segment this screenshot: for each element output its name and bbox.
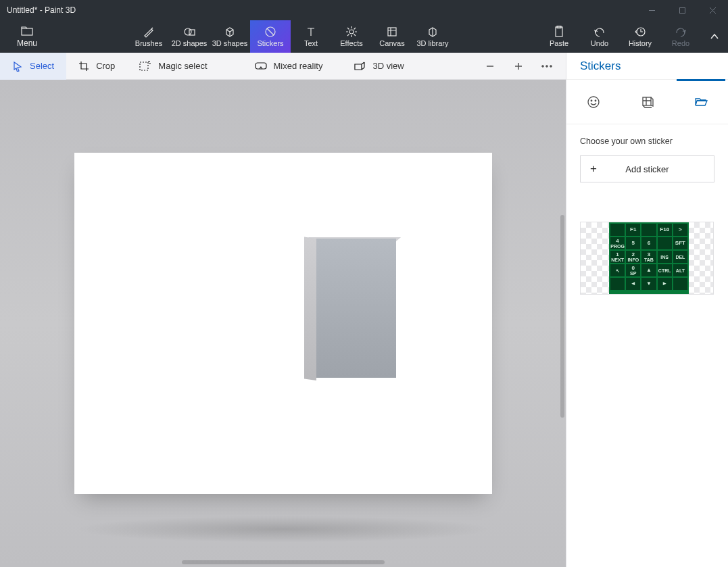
tool-brushes[interactable]: Brushes (128, 20, 169, 53)
zoom-out-button[interactable] (478, 54, 502, 78)
texture-icon (641, 95, 654, 109)
vertical-scrollbar[interactable] (560, 215, 564, 418)
chevron-up-icon (710, 32, 719, 41)
redo-icon (674, 26, 687, 38)
sticker-thumbnails: F1F10>4PROG56SFT1NEXT2INFO3TABINSDEL↖0SP… (580, 222, 714, 295)
panel-body: Choose your own sticker + Add sticker (566, 124, 728, 195)
smiley-icon (587, 95, 600, 109)
add-sticker-button[interactable]: + Add sticker (580, 155, 714, 182)
svg-rect-1 (680, 7, 685, 13)
redo-button[interactable]: Redo (660, 20, 701, 53)
panel-tabs (566, 80, 728, 124)
tool-3d-shapes[interactable]: 3D shapes (210, 20, 250, 53)
select-label: Select (30, 61, 54, 71)
history-button[interactable]: History (620, 20, 660, 53)
svg-rect-10 (388, 28, 396, 36)
minus-icon (485, 61, 495, 71)
history-icon (633, 26, 647, 38)
tool-text[interactable]: Text (291, 20, 331, 53)
tool-3d-label: 3D shapes (212, 39, 248, 47)
canvas[interactable] (74, 153, 492, 494)
add-sticker-label: Add sticker (625, 164, 669, 174)
3d-object-front (316, 239, 396, 378)
text-icon (304, 26, 318, 38)
collapse-ribbon-button[interactable] (701, 20, 728, 53)
3d-view-label: 3D view (372, 61, 404, 71)
magic-select-icon (139, 61, 151, 72)
zoom-in-button[interactable] (506, 54, 531, 78)
tool-3d-library-label: 3D library (416, 39, 448, 47)
tool-stickers-label: Stickers (257, 39, 283, 47)
history-label: History (629, 39, 652, 47)
redo-label: Redo (672, 39, 689, 47)
window-title: Untitled* - Paint 3D (7, 5, 76, 15)
3d-view-icon (354, 61, 366, 71)
undo-button[interactable]: Undo (579, 20, 620, 53)
svg-rect-25 (643, 97, 651, 105)
tool-stickers[interactable]: Stickers (250, 20, 291, 53)
canvas-shadow (74, 516, 493, 543)
svg-rect-4 (22, 28, 32, 35)
tool-canvas-label: Canvas (379, 39, 404, 47)
effects-icon (345, 26, 358, 38)
tool-brushes-label: Brushes (135, 39, 162, 47)
horizontal-scrollbar[interactable] (182, 560, 385, 564)
svg-line-8 (267, 28, 274, 35)
mixed-reality-icon (254, 61, 266, 71)
3d-object-side (304, 237, 316, 380)
3d-view-button[interactable]: 3D view (341, 53, 416, 80)
menu-label: Menu (17, 39, 37, 48)
undo-label: Undo (591, 39, 608, 47)
paste-button[interactable]: Paste (539, 20, 579, 53)
folder-icon (20, 25, 34, 37)
svg-point-9 (349, 30, 354, 34)
workspace[interactable] (0, 80, 566, 567)
mixed-reality-button[interactable]: Mixed reality (242, 53, 335, 80)
shapes-3d-icon (223, 26, 237, 38)
tab-sticker-shapes[interactable] (566, 80, 621, 124)
svg-point-24 (595, 100, 596, 101)
magic-select-label: Magic select (158, 61, 207, 71)
shapes-2d-icon (183, 26, 196, 38)
tab-sticker-textures[interactable] (621, 80, 675, 124)
brush-icon (142, 26, 155, 38)
more-options-button[interactable] (535, 54, 559, 78)
sticker-preview-image: F1F10>4PROG56SFT1NEXT2INFO3TABINSDEL↖0SP… (609, 222, 689, 295)
tool-effects-label: Effects (340, 39, 362, 47)
tool-canvas[interactable]: Canvas (372, 20, 412, 53)
svg-point-21 (550, 65, 552, 67)
svg-point-23 (591, 100, 592, 101)
select-tool[interactable]: Select (0, 53, 66, 80)
tool-3d-library[interactable]: 3D library (412, 20, 453, 53)
paste-icon (552, 26, 566, 38)
plus-icon: + (590, 162, 597, 176)
undo-icon (593, 26, 606, 38)
svg-rect-15 (255, 63, 266, 69)
crop-icon (78, 61, 89, 72)
window-minimize-button[interactable] (637, 0, 667, 20)
window-maximize-button[interactable] (667, 0, 698, 20)
paste-label: Paste (550, 39, 568, 47)
tool-2d-label: 2D shapes (172, 39, 208, 47)
ellipsis-icon (541, 64, 552, 68)
window-close-button[interactable] (698, 0, 728, 20)
canvas-icon (385, 26, 399, 38)
side-panel: Stickers Choose your own sticker + Add s… (566, 53, 728, 567)
library-3d-icon (426, 26, 439, 38)
choose-sticker-label: Choose your own sticker (580, 137, 714, 146)
crop-tool[interactable]: Crop (66, 53, 127, 80)
svg-point-19 (542, 65, 544, 67)
tool-2d-shapes[interactable]: 2D shapes (169, 20, 210, 53)
menu-button[interactable]: Menu (0, 20, 54, 53)
magic-select-tool[interactable]: Magic select (127, 53, 219, 80)
tab-sticker-custom[interactable] (674, 80, 728, 124)
custom-sticker-thumbnail[interactable]: F1F10>4PROG56SFT1NEXT2INFO3TABINSDEL↖0SP… (580, 222, 714, 295)
svg-point-22 (588, 97, 599, 107)
cursor-icon (12, 61, 23, 72)
open-folder-icon (694, 97, 708, 107)
svg-rect-14 (140, 62, 148, 70)
tool-effects[interactable]: Effects (331, 20, 372, 53)
svg-point-20 (546, 65, 548, 67)
title-bar: Untitled* - Paint 3D (0, 0, 728, 20)
3d-object[interactable] (304, 239, 399, 380)
